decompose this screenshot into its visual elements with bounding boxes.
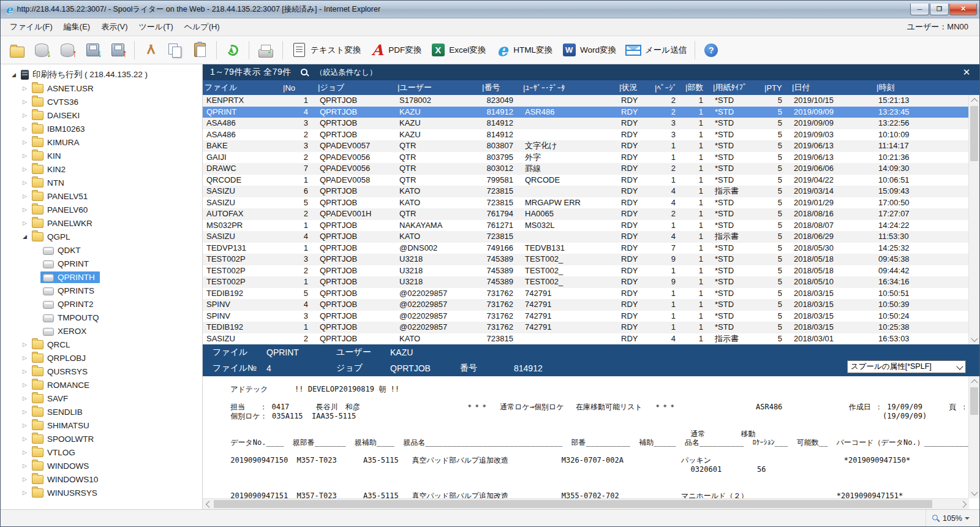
help-button[interactable] (699, 39, 723, 62)
expand-icon[interactable] (20, 395, 29, 401)
tree-item-ntn[interactable]: NTN (1, 176, 202, 189)
table-scrollbar[interactable] (968, 95, 979, 344)
expand-icon[interactable] (20, 139, 29, 145)
table-row[interactable]: SASIZU4QPRTJOBKATO723815RDY41指示書52018/06… (203, 231, 970, 243)
expand-icon[interactable] (20, 85, 29, 91)
spool-upload-button[interactable] (55, 39, 80, 62)
table-row[interactable]: ASA4863QPRTJOBKAZU814912RDY31*STD52019/0… (203, 118, 970, 129)
excel-convert-button[interactable]: Excel変換 (426, 39, 490, 62)
table-row[interactable]: TEST002P1QPRTJOBU3218745389TEST002_RDY91… (203, 276, 970, 288)
tree-item-windows10[interactable]: WINDOWS10 (1, 472, 202, 486)
scroll-down-button[interactable] (969, 334, 979, 344)
tree-item-kin[interactable]: KIN (1, 149, 202, 162)
minimize-button[interactable] (910, 4, 929, 15)
tree-item-qprints[interactable]: QPRINTS (1, 284, 202, 297)
cut-button[interactable] (138, 39, 163, 62)
table-row[interactable]: TEST002P2QPRTJOBU3218745389TEST002_RDY11… (203, 265, 970, 277)
tree-item-kimura[interactable]: KIMURA (1, 135, 202, 149)
tree-item-cvts36[interactable]: CVTS36 (1, 95, 202, 108)
column-header-date[interactable]: |日付 (790, 82, 875, 93)
tree-item-qprinth[interactable]: QPRINTH (1, 270, 202, 284)
open-folder-button[interactable] (6, 39, 29, 62)
zoom-control[interactable]: 105% (925, 510, 970, 526)
spool-download-button[interactable] (29, 39, 55, 62)
tree-root[interactable]: 印刷待ち行列 ( 218.44.135.22 ) (1, 68, 202, 82)
column-header-status[interactable]: |状況 (617, 82, 653, 93)
column-header-time[interactable]: |時刻 (875, 82, 970, 93)
table-row[interactable]: KENPRTX1QPRTJOBS178002823049RDY21*STD520… (203, 95, 970, 107)
tree-item-savf[interactable]: SAVF (1, 392, 202, 405)
table-row[interactable]: TEST002P3QPRTJOBU3218745389TEST002_RDY91… (203, 254, 970, 265)
column-header-pages[interactable]: |ﾍﾟｰｼﾞ (653, 83, 684, 93)
expand-icon[interactable] (20, 193, 29, 199)
tree-item-qrcl[interactable]: QRCL (1, 338, 202, 351)
expand-icon[interactable] (20, 436, 29, 442)
column-header-no[interactable]: |No (281, 83, 316, 93)
scroll-left-button[interactable] (203, 499, 213, 509)
table-row[interactable]: AUTOFAX2QPADEV001HQTR761794HA0065RDY21*S… (203, 208, 970, 220)
paste-button[interactable] (187, 39, 213, 62)
column-header-file[interactable]: ファイル (203, 82, 281, 93)
expand-icon[interactable] (20, 220, 29, 226)
mail-send-button[interactable]: メール送信 (620, 39, 691, 62)
menu-file[interactable]: ファイル(F) (4, 19, 58, 35)
table-row[interactable]: GAIJI2QPADEV0056QTR803795外字RDY11*STD5201… (203, 152, 970, 164)
tree-item-tmpoutq[interactable]: TMPOUTQ (1, 311, 202, 324)
text-convert-button[interactable]: テキスト変換 (287, 39, 365, 62)
menu-help[interactable]: ヘルプ(H) (179, 19, 225, 35)
expand-icon[interactable] (20, 233, 29, 240)
table-row[interactable]: SASIZU6QPRTJOBKATO723815RDY41指示書52019/03… (203, 186, 970, 197)
expand-icon[interactable] (20, 368, 29, 374)
spool-attr-select[interactable]: スプールの属性[*SPLF] (847, 360, 966, 373)
table-row[interactable]: ASA4862QPRTJOBKAZU814912RDY31*STD52019/0… (203, 129, 970, 141)
tree-item-windows[interactable]: WINDOWS (1, 459, 202, 472)
preview-hscrollbar[interactable] (203, 498, 969, 509)
expand-icon[interactable] (20, 422, 29, 428)
expand-icon[interactable] (20, 341, 29, 347)
expand-icon[interactable] (20, 476, 29, 482)
scroll-right-button[interactable] (959, 499, 969, 509)
table-row[interactable]: QPRINT4QPRTJOBKAZU814912ASR486RDY21*STD5… (203, 107, 970, 118)
column-header-copies[interactable]: |部数 (684, 82, 711, 93)
tree-item-daiseki[interactable]: DAISEKI (1, 108, 202, 122)
print-button[interactable] (253, 39, 279, 62)
tree-item-sendlib[interactable]: SENDLIB (1, 405, 202, 419)
tree-item-winusrsys[interactable]: WINUSRSYS (1, 486, 202, 499)
menu-tools[interactable]: ツール(T) (134, 19, 179, 35)
expand-icon[interactable] (20, 355, 29, 361)
preview-scroll-down-button[interactable] (969, 488, 979, 498)
expand-icon[interactable] (20, 463, 29, 469)
column-header-number[interactable]: |番号 (480, 82, 521, 93)
table-row[interactable]: DRAWC7QPADEV0056QTR803012罫線RDY21*STD5201… (203, 163, 970, 175)
expand-icon[interactable] (20, 382, 29, 388)
close-list-icon[interactable] (961, 67, 972, 78)
table-row[interactable]: TEDIB1921QPRTJOB@022029857731762742791RD… (203, 322, 970, 333)
save-download-button[interactable] (80, 39, 105, 62)
table-row[interactable]: QRCODE1QPADEV0058QTR799581QRCODERDY11*ST… (203, 175, 970, 186)
table-row[interactable]: SPINV4QPRTJOB@022029857731762742791RDY11… (203, 299, 970, 311)
table-row[interactable]: TEDIB1925QPRTJOB@022029857731762742791RD… (203, 288, 970, 300)
table-row[interactable]: MS032PR1QPRTJOBNAKAYAMA761271MS032LRDY11… (203, 220, 970, 232)
expand-icon[interactable] (20, 180, 29, 186)
expand-icon[interactable] (20, 449, 29, 455)
column-header-formtype[interactable]: |用紙ﾀｲﾌﾟ (711, 82, 763, 93)
hscroll-thumb[interactable] (214, 500, 932, 508)
tree-item-qrplobj[interactable]: QRPLOBJ (1, 351, 202, 365)
html-convert-button[interactable]: HTML変換 (490, 39, 557, 62)
restore-button[interactable] (930, 4, 949, 15)
tree-item-asnet-usr[interactable]: ASNET.USR (1, 82, 202, 95)
table-row[interactable]: SPINV3QPRTJOB@022029857731762742791RDY11… (203, 311, 970, 322)
tree-item-qusrsys[interactable]: QUSRSYS (1, 365, 202, 378)
save-upload-button[interactable] (105, 39, 130, 62)
tree-item-qdkt[interactable]: QDKT (1, 243, 202, 257)
menu-view[interactable]: 表示(V) (96, 19, 133, 35)
expand-icon[interactable] (9, 72, 18, 78)
expand-icon[interactable] (20, 99, 29, 105)
tree-item-shimatsu[interactable]: SHIMATSU (1, 419, 202, 432)
column-header-userdata[interactable]: |ﾕｰｻﾞｰ･ﾃﾞｰﾀ (521, 83, 617, 93)
expand-icon[interactable] (20, 490, 29, 496)
column-header-pty[interactable]: |PTY (763, 83, 790, 93)
scroll-up-button[interactable] (969, 95, 979, 105)
expand-icon[interactable] (20, 207, 29, 213)
table-row[interactable]: SASIZU5QPRTJOBKATO723815MRGAPW ERRRDY41*… (203, 197, 970, 209)
